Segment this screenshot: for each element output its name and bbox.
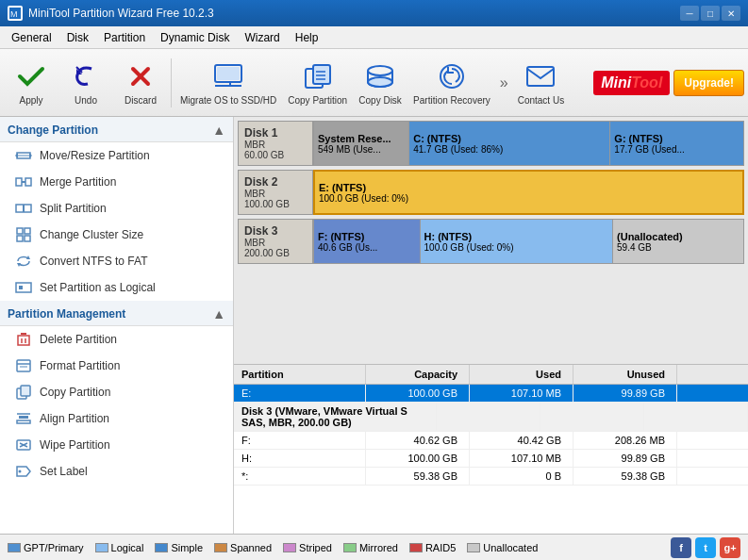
partition-recovery-icon xyxy=(435,59,469,93)
undo-icon xyxy=(69,59,103,93)
sidebar-item-split[interactable]: Split Partition xyxy=(0,195,233,222)
table-cell-1-2 xyxy=(540,403,644,431)
disk-name-disk2: Disk 2 xyxy=(244,175,307,189)
table-header-unused: Unused xyxy=(573,365,677,384)
brand-logo: MiniTool xyxy=(593,71,670,95)
table-cell-1-1 xyxy=(437,403,540,431)
table-cell-4-1: 59.38 GB xyxy=(366,468,470,485)
partition-block-g-ntfs[interactable]: G: (NTFS) 17.7 GB (Used... xyxy=(610,122,743,165)
table-row-0[interactable]: E:100.00 GB107.10 MB99.89 GB xyxy=(234,385,748,403)
toolbar-btn-migrate[interactable]: Migrate OS to SSD/HD xyxy=(175,53,282,113)
brand-area: MiniTool Upgrade! xyxy=(593,70,744,96)
convert-ntfs-icon xyxy=(15,253,32,270)
svg-rect-36 xyxy=(17,360,30,371)
app-title: MiniTool Partition Wizard Free 10.2.3 xyxy=(28,7,214,20)
partition-block-f-ntfs[interactable]: F: (NTFS) 40.6 GB (Us... xyxy=(314,220,421,263)
disk-partitions-disk1: System Rese... 549 MB (Use... C: (NTFS) … xyxy=(313,121,744,166)
disk-row-disk1[interactable]: Disk 1 MBR 60.00 GB System Rese... 549 M… xyxy=(238,121,744,166)
table-cell-0-2: 107.10 MB xyxy=(470,385,573,402)
partition-block-unallocated[interactable]: (Unallocated) 59.4 GB xyxy=(613,220,743,263)
social-twitter-button[interactable]: t xyxy=(695,537,716,558)
sidebar-item-align-partition[interactable]: Align Partition xyxy=(0,405,233,432)
sidebar-item-copy-partition[interactable]: Copy Partition xyxy=(0,379,233,405)
sidebar-collapse-partition-management[interactable]: ▲ xyxy=(212,306,225,321)
toolbar-label-discard: Discard xyxy=(125,95,157,107)
menu-disk[interactable]: Disk xyxy=(59,29,96,46)
sidebar-section-change-partition: Change Partition▲ xyxy=(0,117,233,142)
social-google-button[interactable]: g+ xyxy=(720,537,740,558)
sidebar-item-merge[interactable]: Merge Partition xyxy=(0,169,233,195)
social-facebook-button[interactable]: f xyxy=(671,537,691,558)
sidebar-item-set-label[interactable]: Set Label xyxy=(0,458,233,485)
svg-rect-42 xyxy=(19,416,28,419)
menu-general[interactable]: General xyxy=(4,29,59,46)
sidebar-item-change-cluster[interactable]: Change Cluster Size xyxy=(0,222,233,248)
sidebar-label-merge: Merge Partition xyxy=(40,175,116,189)
menu-wizard[interactable]: Wizard xyxy=(237,29,287,46)
status-bar: GPT/Primary Logical Simple Spanned Strip… xyxy=(0,534,748,560)
toolbar-btn-copy-partition[interactable]: Copy Partition xyxy=(282,53,353,113)
minimize-button[interactable]: ─ xyxy=(680,6,699,21)
toolbar-label-copy-partition: Copy Partition xyxy=(288,95,347,107)
svg-rect-27 xyxy=(25,236,30,241)
toolbar-label-copy-disk: Copy Disk xyxy=(358,95,402,107)
table-cell-3-2: 107.10 MB xyxy=(470,450,573,467)
upgrade-button[interactable]: Upgrade! xyxy=(673,70,744,96)
sidebar-item-convert-ntfs[interactable]: Convert NTFS to FAT xyxy=(0,248,233,274)
delete-partition-icon xyxy=(15,331,32,348)
partition-size-c-ntfs: 41.7 GB (Used: 86%) xyxy=(413,144,606,155)
sidebar-label-convert-ntfs: Convert NTFS to FAT xyxy=(40,255,147,268)
legend-box-spanned xyxy=(214,543,227,552)
disk-row-disk3[interactable]: Disk 3 MBR 200.00 GB F: (NTFS) 40.6 GB (… xyxy=(238,219,744,264)
partition-name-h-ntfs: H: (NTFS) xyxy=(424,231,609,242)
format-partition-icon xyxy=(15,357,32,374)
table-cell-0-3: 99.89 GB xyxy=(573,385,677,402)
svg-rect-20 xyxy=(25,178,31,186)
table-row-2[interactable]: F:40.62 GB40.42 GB208.26 MB xyxy=(234,432,748,450)
table-row-1[interactable]: Disk 3 (VMware, VMware Virtual S SAS, MB… xyxy=(234,403,748,432)
sidebar-item-move-resize[interactable]: Move/Resize Partition xyxy=(0,142,233,169)
sidebar-item-set-logical[interactable]: Set Partition as Logical xyxy=(0,274,233,301)
table-row-4[interactable]: *:59.38 GB0 B59.38 GB xyxy=(234,468,748,486)
menu-dynamic-disk[interactable]: Dynamic Disk xyxy=(153,29,237,46)
menu-help[interactable]: Help xyxy=(288,29,326,46)
close-button[interactable]: ✕ xyxy=(722,6,740,21)
toolbar-btn-contact-us[interactable]: Contact Us xyxy=(512,53,570,113)
legend-label-simple: Simple xyxy=(171,542,203,553)
legend-label-unallocated: Unallocated xyxy=(483,542,538,553)
legend-label-gpt: GPT/Primary xyxy=(24,542,84,553)
split-icon xyxy=(15,200,32,217)
set-label-icon xyxy=(15,463,32,480)
toolbar-btn-partition-recovery[interactable]: Partition Recovery xyxy=(407,53,496,113)
partition-block-e-ntfs[interactable]: E: (NTFS) 100.0 GB (Used: 0%) xyxy=(315,172,742,213)
toolbar-btn-apply[interactable]: Apply xyxy=(4,53,58,113)
legend-logical: Logical xyxy=(95,542,144,553)
app-icon: M xyxy=(8,6,23,21)
sidebar-item-wipe-partition[interactable]: Wipe Partition xyxy=(0,432,233,458)
legend-label-mirrored: Mirrored xyxy=(359,542,398,553)
table-cell-4-3: 59.38 GB xyxy=(573,468,677,485)
disk-partitions-disk2: E: (NTFS) 100.0 GB (Used: 0%) xyxy=(313,170,744,215)
toolbar-btn-discard[interactable]: Discard xyxy=(113,53,168,113)
toolbar-btn-undo[interactable]: Undo xyxy=(58,53,113,113)
table-header-partition: Partition xyxy=(234,365,366,384)
table-row-3[interactable]: H:100.00 GB107.10 MB99.89 GB xyxy=(234,450,748,468)
sidebar-item-delete-partition[interactable]: Delete Partition xyxy=(0,326,233,353)
toolbar-btn-copy-disk[interactable]: Copy Disk xyxy=(353,53,407,113)
disk-row-disk2[interactable]: Disk 2 MBR 100.00 GB E: (NTFS) 100.0 GB … xyxy=(238,170,744,215)
wipe-partition-icon xyxy=(15,436,32,453)
sidebar-label-set-label: Set Label xyxy=(40,465,88,478)
table-cell-1-0: Disk 3 (VMware, VMware Virtual S SAS, MB… xyxy=(234,403,437,431)
partition-block-system-reserved[interactable]: System Rese... 549 MB (Use... xyxy=(314,122,409,165)
partition-block-h-ntfs[interactable]: H: (NTFS) 100.0 GB (Used: 0%) xyxy=(421,220,614,263)
partition-name-g-ntfs: G: (NTFS) xyxy=(614,133,740,144)
menu-partition[interactable]: Partition xyxy=(96,29,153,46)
partition-block-c-ntfs[interactable]: C: (NTFS) 41.7 GB (Used: 86%) xyxy=(409,122,610,165)
maximize-button[interactable]: □ xyxy=(701,6,720,21)
sidebar-label-format-partition: Format Partition xyxy=(40,359,120,372)
sidebar-item-format-partition[interactable]: Format Partition xyxy=(0,353,233,379)
copy-disk-icon xyxy=(363,59,397,93)
legend-box-logical xyxy=(95,543,108,552)
sidebar-collapse-change-partition[interactable]: ▲ xyxy=(212,123,225,138)
toolbar-more-indicator: » xyxy=(496,74,512,91)
